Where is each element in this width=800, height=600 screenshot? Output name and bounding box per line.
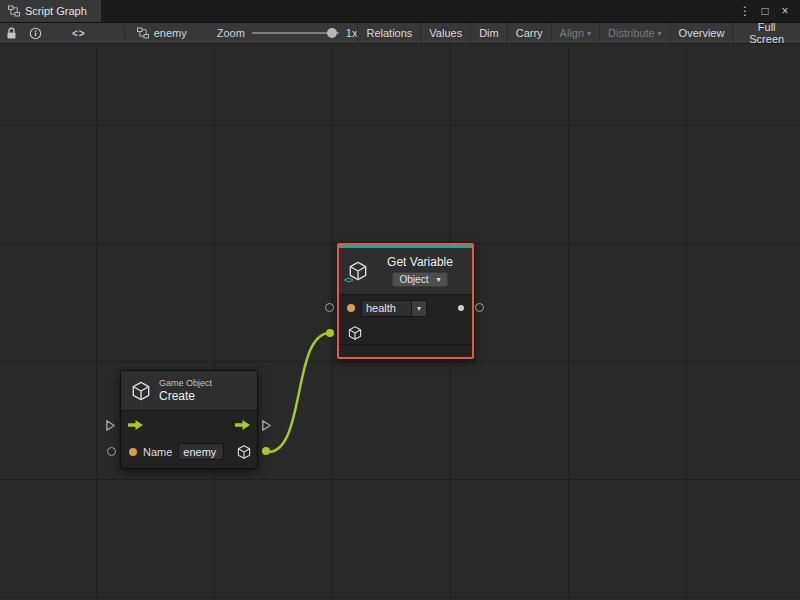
name-parameter-row: Name xyxy=(121,438,257,465)
carry-button[interactable]: Carry xyxy=(507,23,551,43)
script-graph-window: Script Graph ⋮ □ × <> enemy Zoom 1x xyxy=(0,0,800,600)
script-graph-icon xyxy=(8,5,20,17)
caret-down-icon: ▾ xyxy=(587,29,591,38)
fullscreen-button[interactable]: Full Screen xyxy=(732,23,800,43)
zoom-label: Zoom xyxy=(217,27,245,39)
variable-name-port-dot[interactable] xyxy=(347,304,355,312)
graph-name: enemy xyxy=(154,27,187,39)
titlebar: Script Graph ⋮ □ × xyxy=(0,0,800,22)
control-flow-row xyxy=(121,411,257,438)
name-port-label: Name xyxy=(143,446,172,458)
control-input-port[interactable] xyxy=(105,418,116,436)
control-output-arrow-icon[interactable] xyxy=(234,419,251,431)
window-menu-icon[interactable]: ⋮ xyxy=(737,4,753,18)
zoom-slider[interactable] xyxy=(252,27,339,39)
value-output-port[interactable] xyxy=(475,303,484,312)
caret-down-icon: ▾ xyxy=(658,29,662,38)
zoom-slider-handle[interactable] xyxy=(327,28,337,38)
distribute-button[interactable]: Distribute ▾ xyxy=(599,23,669,43)
value-output-dot[interactable] xyxy=(458,305,464,311)
variable-name-row: ▾ xyxy=(339,295,472,321)
tab-script-graph[interactable]: Script Graph xyxy=(0,0,101,22)
node-category: Game Object xyxy=(159,378,212,389)
info-icon[interactable] xyxy=(29,27,42,40)
maximize-icon[interactable]: □ xyxy=(757,4,773,18)
graph-toolbar: <> enemy Zoom 1x Relations Values Dim Ca… xyxy=(0,22,800,44)
window-controls: ⋮ □ × xyxy=(737,0,800,22)
relations-button[interactable]: Relations xyxy=(357,23,420,43)
variable-name-field-group: ▾ xyxy=(361,300,427,317)
get-variable-titles: Get Variable Object ▾ xyxy=(376,255,464,287)
align-label: Align xyxy=(560,27,584,39)
tab-title: Script Graph xyxy=(25,5,87,17)
create-node-header[interactable]: Game Object Create xyxy=(121,371,257,411)
variable-code-icon: <> xyxy=(344,275,353,285)
get-variable-node[interactable]: <> Get Variable Object ▾ ▾ xyxy=(337,243,474,359)
variable-kind-dropdown[interactable]: Object ▾ xyxy=(392,272,449,287)
code-view-icon[interactable]: <> xyxy=(72,28,86,39)
object-input-port[interactable] xyxy=(326,329,334,337)
create-node-titles: Game Object Create xyxy=(159,378,212,403)
graph-reference[interactable]: enemy xyxy=(137,27,187,39)
lock-icon[interactable] xyxy=(6,27,17,40)
game-object-output-icon[interactable] xyxy=(236,444,252,460)
overview-button[interactable]: Overview xyxy=(670,23,733,43)
object-input-row xyxy=(339,321,472,344)
control-input-arrow-icon[interactable] xyxy=(127,419,144,431)
align-button[interactable]: Align ▾ xyxy=(551,23,599,43)
caret-down-icon: ▾ xyxy=(436,275,440,284)
game-object-out-port[interactable] xyxy=(262,447,270,455)
name-value-port[interactable] xyxy=(107,447,116,456)
distribute-label: Distribute xyxy=(608,27,654,39)
close-icon[interactable]: × xyxy=(777,4,793,18)
node-title: Create xyxy=(159,389,212,403)
control-output-port[interactable] xyxy=(261,418,272,436)
get-variable-header[interactable]: <> Get Variable Object ▾ xyxy=(339,248,472,295)
values-button[interactable]: Values xyxy=(420,23,470,43)
graph-asset-icon xyxy=(137,27,149,39)
caret-down-icon: ▾ xyxy=(417,304,421,313)
graph-canvas[interactable]: Game Object Create Name xyxy=(0,44,800,600)
create-game-object-node[interactable]: Game Object Create Name xyxy=(120,370,258,469)
name-port-dot[interactable] xyxy=(129,448,137,456)
name-input[interactable] xyxy=(178,443,224,460)
game-object-icon xyxy=(130,380,152,402)
node-title: Get Variable xyxy=(387,255,453,269)
name-input-port[interactable] xyxy=(325,303,334,312)
connection-wire[interactable] xyxy=(268,333,330,452)
node-footer xyxy=(339,344,472,357)
variable-cube-icon: <> xyxy=(347,260,369,282)
variable-name-input[interactable] xyxy=(361,300,411,317)
toolbar-separator xyxy=(124,26,125,40)
zoom-slider-track xyxy=(252,32,339,34)
object-input-cube-icon[interactable] xyxy=(347,325,363,341)
zoom-value: 1x xyxy=(346,27,358,39)
variable-suggestions-dropdown[interactable]: ▾ xyxy=(411,300,427,317)
variable-kind-value: Object xyxy=(400,274,429,285)
dim-button[interactable]: Dim xyxy=(470,23,507,43)
toolbar-buttons: Relations Values Dim Carry Align ▾ Distr… xyxy=(357,23,800,43)
